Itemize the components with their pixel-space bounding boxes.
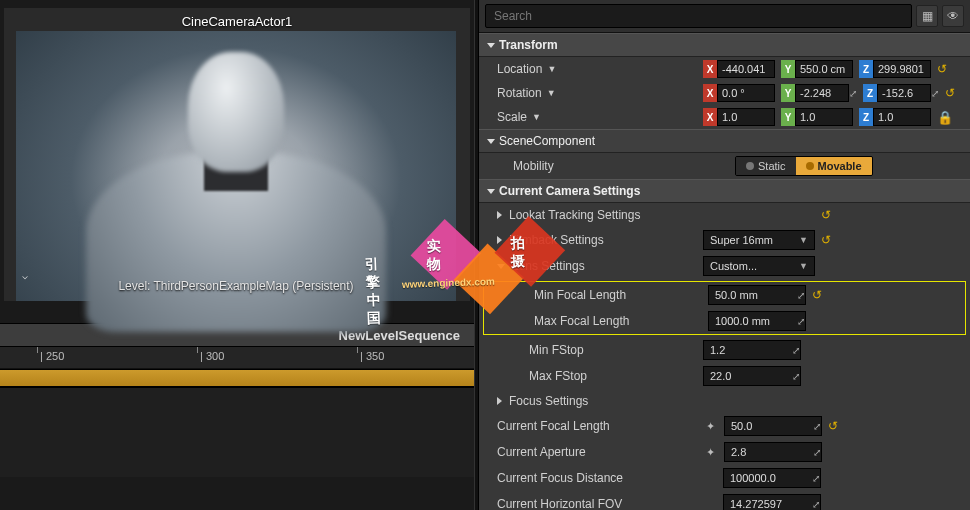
lock-icon[interactable]: 🔒 (937, 110, 953, 125)
timeline[interactable]: | 250 | 300 | 350 (0, 347, 474, 477)
lookat-tracking[interactable]: Lookat Tracking Settings (497, 208, 697, 222)
viewport-render[interactable]: ⌵ Level: ThirdPersonExampleMap (Persiste… (16, 31, 456, 301)
search-input[interactable] (485, 4, 912, 28)
reset-icon[interactable]: ↺ (812, 288, 822, 302)
max-fstop-label: Max FStop (529, 369, 697, 383)
timeline-ruler[interactable]: | 250 | 300 | 350 (0, 347, 474, 369)
rotation-z[interactable]: Z⤢ (863, 84, 939, 102)
mobility-toggle[interactable]: Static Movable (735, 156, 873, 176)
mobility-label: Mobility (513, 159, 713, 173)
rotation-y[interactable]: Y⤢ (781, 84, 857, 102)
chevron-down-icon (487, 43, 495, 48)
chevron-down-icon: ▼ (799, 235, 808, 245)
expand-icon[interactable]: ⤢ (813, 421, 821, 432)
mobility-movable[interactable]: Movable (796, 157, 872, 175)
grid-view-icon[interactable]: ▦ (916, 5, 938, 27)
scale-z[interactable]: Z (859, 108, 931, 126)
scale-label: Scale▼ (497, 110, 697, 124)
current-focus-distance-label: Current Focus Distance (497, 471, 697, 485)
max-fstop-field[interactable]: ⤢ (703, 366, 801, 386)
keyframe-icon[interactable]: ✦ (703, 420, 718, 433)
current-focal-length-label: Current Focal Length (497, 419, 697, 433)
chevron-down-icon (487, 139, 495, 144)
scale-y[interactable]: Y (781, 108, 853, 126)
reset-icon[interactable]: ↺ (937, 62, 947, 76)
tick: | 250 (40, 350, 64, 362)
expand-icon[interactable]: ⤢ (797, 290, 805, 301)
highlighted-region: Min Focal Length ⤢ ↺ Max Focal Length ⤢ (483, 281, 966, 335)
chevron-down-icon (487, 189, 495, 194)
keyframe-icon[interactable]: ✦ (703, 446, 718, 459)
lens-dropdown[interactable]: Custom...▼ (703, 256, 815, 276)
viewport[interactable]: CineCameraActor1 ⌵ Level: ThirdPersonExa… (4, 8, 470, 301)
min-fstop-field[interactable]: ⤢ (703, 340, 801, 360)
reset-icon[interactable]: ↺ (828, 419, 838, 433)
viewport-title: CineCameraActor1 (4, 8, 470, 31)
lens-settings[interactable]: Lens Settings (497, 259, 697, 273)
section-camera-settings[interactable]: Current Camera Settings (479, 179, 970, 203)
current-aperture-field[interactable]: ⤢ (724, 442, 822, 462)
expand-icon[interactable]: ⤢ (792, 371, 800, 382)
z-axis-tag: Z (859, 60, 873, 78)
rotation-x[interactable]: X (703, 84, 775, 102)
min-focal-length-field[interactable]: ⤢ (708, 285, 806, 305)
tick: | 300 (200, 350, 224, 362)
rotation-label: Rotation▼ (497, 86, 697, 100)
max-focal-length-label: Max Focal Length (534, 314, 702, 328)
timeline-empty[interactable] (0, 387, 474, 477)
current-fov-field[interactable]: ⤢ (723, 494, 821, 510)
current-fov-label: Current Horizontal FOV (497, 497, 697, 510)
location-y[interactable]: Y (781, 60, 853, 78)
expand-icon[interactable]: ⤢ (812, 473, 820, 484)
x-axis-tag: X (703, 60, 717, 78)
preview-head (188, 52, 284, 172)
location-x[interactable]: X (703, 60, 775, 78)
expand-icon[interactable]: ⤢ (797, 316, 805, 327)
chevron-down-icon: ▼ (799, 261, 808, 271)
details-panel: ▦ 👁 Transform Location▼ X Y Z ↺ Rotation… (479, 0, 970, 510)
reset-icon[interactable]: ↺ (821, 233, 831, 247)
focus-settings[interactable]: Focus Settings (497, 394, 697, 408)
dot-icon (806, 162, 814, 170)
reset-icon[interactable]: ↺ (945, 86, 955, 100)
scale-x[interactable]: X (703, 108, 775, 126)
reset-icon[interactable]: ↺ (821, 208, 831, 222)
dot-icon (746, 162, 754, 170)
filmback-dropdown[interactable]: Super 16mm▼ (703, 230, 815, 250)
tick: | 350 (360, 350, 384, 362)
mobility-static[interactable]: Static (736, 157, 796, 175)
section-scenecomponent[interactable]: SceneComponent (479, 129, 970, 153)
location-label: Location▼ (497, 62, 697, 76)
eye-icon[interactable]: 👁 (942, 5, 964, 27)
min-fstop-label: Min FStop (529, 343, 697, 357)
section-transform[interactable]: Transform (479, 33, 970, 57)
y-axis-tag: Y (781, 60, 795, 78)
current-focus-distance-field[interactable]: ⤢ (723, 468, 821, 488)
location-z[interactable]: Z (859, 60, 931, 78)
expand-icon[interactable]: ⤢ (812, 499, 820, 510)
filmback-settings[interactable]: Filmback Settings (497, 233, 697, 247)
expand-icon[interactable]: ⤢ (813, 447, 821, 458)
max-focal-length-field[interactable]: ⤢ (708, 311, 806, 331)
timeline-track[interactable] (0, 369, 474, 387)
current-aperture-label: Current Aperture (497, 445, 697, 459)
level-label: Level: ThirdPersonExampleMap (Persistent… (16, 279, 456, 293)
current-focal-length-field[interactable]: ⤢ (724, 416, 822, 436)
expand-icon[interactable]: ⤢ (792, 345, 800, 356)
min-focal-length-label: Min Focal Length (534, 288, 702, 302)
